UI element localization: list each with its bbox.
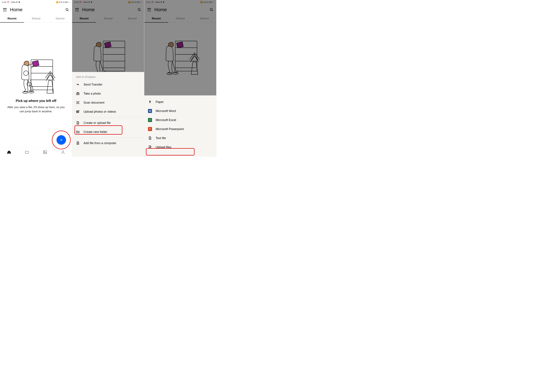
svg-line-33 [212,10,213,11]
status-bar: 11:50 ⏰ ⫶ 60Hz ✻ ✱ 📶 ıll R ıll 36% ⬚ [72,0,144,4]
app-header: Home [0,4,72,15]
paper-icon [148,100,152,104]
sheet-item-text-file[interactable]: Text file [144,134,216,143]
status-right: 📶 ıll R ıll 35% ⬚ [200,1,215,3]
powerpoint-icon: P [148,127,152,131]
sheet-item-powerpoint[interactable]: P Microsoft Powerpoint [144,125,216,134]
upload-file-icon [148,145,152,149]
fab-container [57,135,66,145]
nav-account-icon[interactable] [61,150,65,154]
plus-icon [59,138,63,142]
svg-point-19 [138,8,140,10]
nav-files-icon[interactable] [25,150,29,154]
svg-point-28 [77,93,78,94]
sheet-title: Add to Dropbox [72,72,144,80]
tab-starred[interactable]: Starred [192,15,216,22]
status-time: 11:50 [2,1,6,3]
search-icon[interactable] [210,8,213,11]
sheet-item-add-from-computer[interactable]: Add file from a computer [72,139,144,148]
status-indicators: ⏰ ⫶ 60Hz ✻ ✱ [151,1,165,3]
tab-starred[interactable]: Starred [48,15,72,22]
sheet-item-excel[interactable]: X Microsoft Excel [144,115,216,125]
sheet-item-create-upload-file[interactable]: Create or upload file [72,118,144,127]
tab-shared[interactable]: Shared [24,15,48,22]
sheet-item-label: Take a photo [83,92,101,95]
tab-shared[interactable]: Shared [96,15,120,22]
search-icon[interactable] [137,8,141,11]
menu-icon[interactable] [3,8,7,11]
tab-shared[interactable]: Shared [168,15,192,22]
svg-rect-29 [77,102,78,103]
sheet-item-send-transfer[interactable]: Send Transfer [72,80,144,89]
svg-line-20 [140,10,141,11]
svg-point-32 [210,8,212,10]
sheet-item-label: Microsoft Powerpoint [156,127,184,131]
empty-title: Pick up where you left off [16,99,56,103]
status-indicators: ⏰ ⫶ 60Hz ✻ ✱ [7,1,21,3]
create-file-sheet: Paper W Microsoft Word X Microsoft Excel… [144,95,216,157]
nav-photos-icon[interactable] [43,150,47,154]
tab-starred[interactable]: Starred [120,15,144,22]
sheet-divider [72,137,144,138]
transfer-icon [76,83,80,87]
sheet-item-label: Send Transfer [83,83,102,86]
add-to-dropbox-sheet: Add to Dropbox Send Transfer Take a phot… [72,72,144,157]
sheet-item-upload-files[interactable]: Upload files [144,143,216,152]
file-plus-icon [76,121,80,125]
add-fab[interactable] [57,135,66,145]
scan-icon [76,101,80,105]
svg-point-18 [62,151,64,152]
status-right: 📶 ıll R ıll 36% ⬚ [128,1,142,3]
page-title: Home [10,7,62,12]
text-file-icon [148,136,152,140]
page-title: Home [82,7,134,12]
svg-rect-9 [32,60,39,67]
sheet-item-label: Scan document [83,101,104,105]
empty-illustration [16,56,56,95]
svg-rect-39 [177,42,183,48]
svg-point-0 [66,8,68,10]
sheet-item-paper[interactable]: Paper [144,97,216,106]
status-time: 11:50 [74,1,78,3]
tab-recent[interactable]: Recent [0,15,24,22]
camera-icon [76,92,80,96]
svg-point-31 [77,111,78,112]
sheet-item-label: Microsoft Word [156,109,176,113]
svg-rect-16 [43,151,47,153]
screen-3: 11:51 ⏰ ⫶ 60Hz ✻ ✱ 📶 ıll R ıll 35% ⬚ Hom… [144,0,216,157]
folder-plus-icon [76,130,80,134]
sheet-item-label: Paper [156,100,164,104]
tab-recent[interactable]: Recent [72,15,96,22]
sheet-item-label: Upload photos or videos [83,110,116,114]
svg-point-40 [167,73,172,75]
bottom-nav [0,147,72,157]
sheet-item-label: Microsoft Excel [156,118,176,122]
sheet-item-take-photo[interactable]: Take a photo [72,89,144,98]
status-bar: 11:50 ⏰ ⫶ 60Hz ✻ ✱ 📶 ıll R ıll 36% ⬚ [0,0,72,4]
svg-point-10 [24,71,28,75]
nav-home-icon[interactable] [7,150,11,154]
sheet-item-scan-document[interactable]: Scan document [72,98,144,107]
sheet-item-upload-media[interactable]: Upload photos or videos [72,107,144,116]
sheet-item-word[interactable]: W Microsoft Word [144,106,216,115]
file-computer-icon [76,141,80,145]
sheet-item-label: Upload files [156,146,172,149]
status-right: 📶 ıll R ıll 36% ⬚ [56,1,70,3]
svg-point-12 [23,91,28,93]
tab-recent[interactable]: Recent [144,15,168,22]
menu-icon[interactable] [75,8,79,11]
search-icon[interactable] [65,8,69,11]
tabs: Recent Shared Starred [0,15,72,23]
empty-illustration [88,38,128,76]
screen-2: 11:50 ⏰ ⫶ 60Hz ✻ ✱ 📶 ıll R ıll 36% ⬚ Hom… [72,0,144,157]
sheet-item-label: Create new folder [83,130,107,134]
word-icon: W [148,109,152,113]
svg-rect-26 [104,42,111,48]
tabs: Recent Shared Starred [144,15,216,23]
sheet-item-create-folder[interactable]: Create new folder [72,127,144,136]
app-header: Home [72,4,144,15]
menu-icon[interactable] [147,8,151,11]
sheet-item-label: Text file [156,136,166,140]
app-header: Home [144,4,216,15]
empty-state: Pick up where you left off After you vie… [0,23,72,147]
